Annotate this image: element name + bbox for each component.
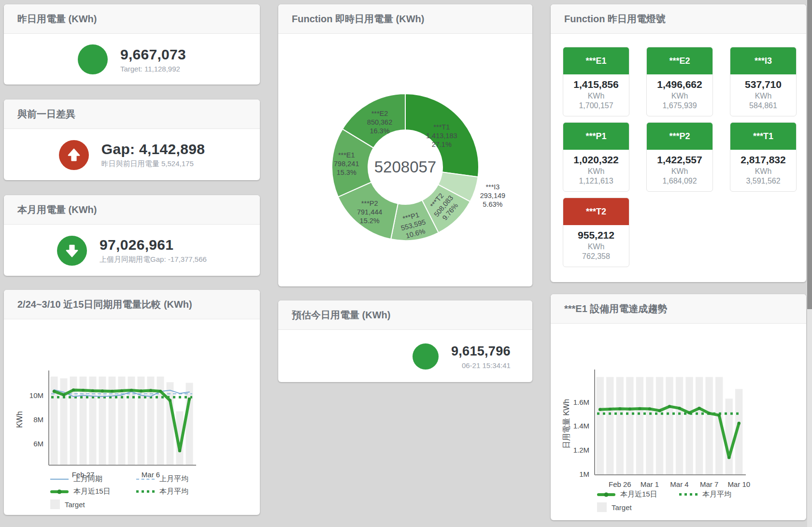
target-bar bbox=[696, 377, 703, 474]
green-dot-swatch-icon bbox=[136, 490, 155, 493]
device-label: ***P2 bbox=[647, 123, 712, 150]
status-circle-icon bbox=[78, 44, 108, 74]
legend-item[interactable]: 本月近15日 bbox=[597, 490, 679, 499]
device-unit: KWh bbox=[731, 92, 795, 100]
device-value: 537,710 bbox=[731, 79, 795, 90]
target-bar bbox=[705, 377, 712, 474]
data-point bbox=[609, 408, 612, 411]
device-unit: KWh bbox=[648, 92, 712, 100]
device-target: 762,358 bbox=[564, 252, 628, 261]
legend-label: 本月近15日 bbox=[73, 487, 111, 496]
data-point bbox=[82, 389, 85, 392]
data-point bbox=[72, 388, 75, 391]
scrollbar-thumb[interactable] bbox=[807, 0, 812, 309]
device-tile-grid: ***E11,415,856KWh1,700,157***E21,496,662… bbox=[551, 34, 806, 267]
panel-title: Function 即時日用電量 (KWh) bbox=[278, 4, 532, 34]
legend-label: 本月平均 bbox=[702, 490, 731, 499]
legend-label: 上月同期 bbox=[73, 474, 102, 484]
target-bar bbox=[636, 377, 643, 474]
day-gap-sub: 昨日與前日用電量 5,524,175 bbox=[101, 159, 205, 169]
y-tick-label: 6M bbox=[33, 440, 43, 448]
panel-title: 2/24~3/10 近15日同期用電量比較 (KWh) bbox=[4, 290, 260, 319]
data-point bbox=[638, 407, 641, 410]
target-bar bbox=[676, 377, 683, 474]
data-point bbox=[111, 390, 114, 393]
data-point bbox=[598, 408, 601, 411]
legend-label: 本月近15日 bbox=[620, 490, 657, 499]
yesterday-usage-value: 9,667,073 bbox=[120, 46, 186, 63]
data-point bbox=[53, 390, 56, 393]
device-label: ***T2 bbox=[563, 198, 629, 225]
target-bar bbox=[167, 382, 174, 465]
legend-label: 上月平均 bbox=[159, 474, 188, 484]
data-point bbox=[91, 389, 94, 392]
data-point bbox=[688, 411, 691, 414]
data-point bbox=[62, 393, 65, 396]
legend-item[interactable]: 上月同期 bbox=[50, 474, 136, 484]
y-axis-title: 日用電量 KWh bbox=[562, 399, 570, 449]
data-point bbox=[178, 449, 181, 452]
device-value: 1,415,856 bbox=[564, 79, 628, 90]
panel-day-gap: 與前一日差異 Gap: 4,142,898 昨日與前日用電量 5,524,175 bbox=[4, 100, 260, 180]
device-tile: ***P11,020,322KWh1,121,613 bbox=[563, 122, 629, 192]
legend-item[interactable]: 本月平均 bbox=[136, 487, 222, 496]
device-unit: KWh bbox=[648, 167, 712, 176]
target-bar bbox=[666, 377, 673, 474]
panel-yesterday-usage: 昨日用電量 (KWh) 9,667,073 Target: 11,128,992 bbox=[4, 4, 260, 85]
month-usage-gap: 上個月同期用電Gap: -17,377,566 bbox=[100, 255, 207, 264]
panel-estimate-today: 預估今日用電量 (KWh) 9,615,796 06-21 15:34:41 bbox=[278, 300, 532, 382]
data-point bbox=[169, 399, 171, 402]
panel-compare-15day: 2/24~3/10 近15日同期用電量比較 (KWh) 6M8M10MFeb 2… bbox=[4, 290, 260, 515]
device-tile: ***P21,422,557KWh1,684,092 bbox=[646, 122, 713, 192]
device-target: 1,684,092 bbox=[648, 177, 712, 185]
device-label: ***E1 bbox=[563, 47, 629, 74]
donut-center-total: 5208057 bbox=[374, 158, 436, 176]
device-tile: ***T2955,212KWh762,358 bbox=[563, 198, 629, 267]
x-tick-label: Feb 26 bbox=[609, 480, 631, 488]
panel-yesterday-lights: Function 昨日用電燈號 ***E11,415,856KWh1,700,1… bbox=[551, 4, 806, 282]
device-unit: KWh bbox=[731, 167, 795, 176]
day-gap-value: Gap: 4,142,898 bbox=[101, 141, 205, 157]
target-bar bbox=[597, 377, 604, 474]
legend-item[interactable]: Target bbox=[50, 499, 136, 509]
legend-item[interactable]: 本月近15日 bbox=[50, 487, 136, 496]
data-point bbox=[678, 407, 681, 410]
device-value: 1,496,662 bbox=[648, 79, 712, 90]
device-tile: ***T12,817,832KWh3,591,562 bbox=[730, 122, 797, 192]
device-target: 1,675,939 bbox=[648, 101, 712, 110]
data-point bbox=[101, 389, 104, 392]
y-tick-label: 1M bbox=[579, 470, 589, 478]
device-unit: KWh bbox=[564, 242, 628, 251]
legend-label: Target bbox=[65, 500, 85, 509]
arrow-up-icon bbox=[59, 140, 89, 170]
device-unit: KWh bbox=[564, 92, 628, 100]
target-bar bbox=[626, 377, 633, 474]
device-label: ***I3 bbox=[730, 47, 796, 74]
y-tick-label: 1.4M bbox=[573, 422, 589, 430]
blue-line-swatch-icon bbox=[50, 479, 69, 480]
green-thick-swatch-icon bbox=[50, 490, 69, 493]
target-bar bbox=[186, 383, 193, 465]
device-unit: KWh bbox=[564, 167, 628, 176]
legend-item[interactable]: 本月平均 bbox=[679, 490, 761, 499]
data-point bbox=[698, 407, 700, 410]
device-tile: ***E21,496,662KWh1,675,939 bbox=[646, 47, 713, 116]
legend-item[interactable]: Target bbox=[597, 502, 679, 512]
compare-chart-legend: 上月同期上月平均本月近15日本月平均Target bbox=[50, 474, 222, 509]
legend-label: 本月平均 bbox=[159, 487, 188, 496]
device-target: 1,700,157 bbox=[564, 101, 628, 110]
device-value: 2,817,832 bbox=[731, 154, 795, 166]
device-target: 1,121,613 bbox=[564, 177, 628, 185]
scrollbar[interactable] bbox=[807, 0, 812, 527]
e1-chart-legend: 本月近15日本月平均Target bbox=[597, 490, 761, 512]
data-point bbox=[159, 390, 162, 393]
y-tick-label: 1.6M bbox=[573, 398, 589, 406]
dashboard-page: { "colors": { "green": "#2f9e41", "red":… bbox=[0, 0, 812, 527]
y-axis-title: KWh bbox=[15, 411, 24, 428]
data-point bbox=[140, 389, 142, 392]
legend-item[interactable]: 上月平均 bbox=[136, 474, 222, 484]
e1-trend-chart: 1M1.2M1.4M1.6MFeb 26Mar 1Mar 4Mar 7Mar 1… bbox=[551, 324, 806, 516]
data-point bbox=[130, 389, 133, 392]
data-point bbox=[658, 409, 661, 412]
data-point bbox=[668, 405, 671, 408]
